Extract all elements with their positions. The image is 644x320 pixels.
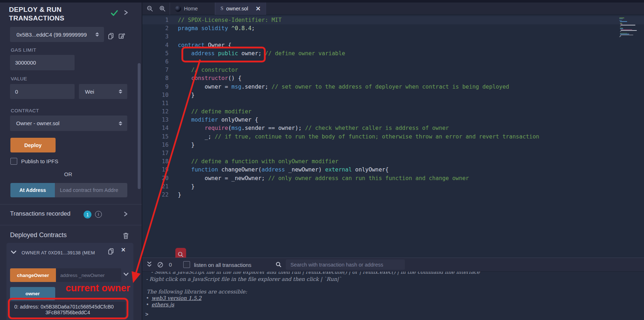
- code-line[interactable]: pragma solidity ^0.8.4;: [178, 24, 539, 33]
- deployed-contract-card: OWNER AT 0XD91...39138 (MEM × changeOwne…: [6, 243, 133, 320]
- account-select[interactable]: 0x5B3...eddC4 (99.99999999: [10, 27, 104, 42]
- code-line[interactable]: // define modifier: [178, 108, 539, 116]
- pending-transactions-icon: [157, 262, 164, 268]
- code-line[interactable]: [178, 149, 539, 157]
- line-number: 21: [142, 183, 169, 191]
- result-line1: 0: address: 0x5B38Da6a701c568545dCfcB0: [10, 304, 126, 310]
- minimap[interactable]: [619, 18, 640, 37]
- copy-contract-icon[interactable]: [108, 248, 114, 255]
- listen-all-label: listen on all transactions: [194, 262, 251, 268]
- owner-call-result: 0: address: 0x5B38Da6a701c568545dCfcB0 3…: [10, 302, 126, 319]
- info-icon[interactable]: i: [95, 211, 102, 218]
- edit-account-icon[interactable]: [118, 32, 126, 39]
- code-line[interactable]: // SPDX-License-Identifier: MIT: [178, 16, 539, 24]
- collapse-contract-icon[interactable]: [11, 250, 16, 254]
- code-line[interactable]: modifier onlyOwner {: [178, 116, 539, 124]
- line-number: 15: [142, 133, 169, 141]
- terminal: 0 listen on all transactions Search with…: [142, 258, 644, 320]
- code-line[interactable]: owner = msg.sender; // set owner to the …: [178, 83, 539, 91]
- collapse-panel-icon[interactable]: [123, 10, 128, 15]
- tab-label: owner.sol: [226, 6, 248, 11]
- ethers-link[interactable]: ethers.js: [152, 302, 174, 307]
- window-top-edge: [0, 0, 644, 3]
- zoom-in-icon[interactable]: [159, 5, 166, 12]
- solidity-file-icon: S: [221, 6, 223, 11]
- editor-tabbar: Home S owner.sol ✕: [142, 3, 644, 15]
- zoom-out-icon[interactable]: [147, 5, 153, 12]
- code-line[interactable]: }: [178, 191, 539, 199]
- copy-account-icon[interactable]: [108, 33, 114, 40]
- line-number: 22: [142, 191, 169, 199]
- transactions-recorded-label: Transactions recorded: [10, 210, 71, 217]
- value-label: VALUE: [11, 76, 27, 81]
- gas-limit-input[interactable]: 3000000: [10, 55, 75, 70]
- terminal-bar: 0 listen on all transactions Search with…: [142, 258, 644, 272]
- terminal-search-icon: [275, 262, 282, 268]
- pending-count: 0: [169, 262, 172, 268]
- code-line[interactable]: [178, 58, 539, 66]
- trash-icon[interactable]: [123, 232, 129, 239]
- line-number: 9: [142, 83, 169, 91]
- libraries-heading: The following libraries are accessible:: [147, 289, 247, 295]
- terminal-prompt[interactable]: >: [145, 311, 148, 317]
- expand-terminal-icon[interactable]: [147, 261, 152, 268]
- tab-owner-sol[interactable]: S owner.sol ✕: [215, 3, 266, 15]
- code-line[interactable]: // define a function with onlyOwner modi…: [178, 157, 539, 166]
- web3-link[interactable]: web3 version 1.5.2: [152, 295, 202, 301]
- line-number: 4: [142, 41, 169, 50]
- line-number: 18: [142, 157, 169, 166]
- owner-getter-button[interactable]: owner: [10, 287, 55, 300]
- at-address-input[interactable]: Load contract from Addre: [55, 183, 127, 197]
- gas-limit-label: GAS LIMIT: [11, 47, 36, 53]
- code-line[interactable]: }: [178, 183, 539, 191]
- line-number: 16: [142, 141, 169, 149]
- line-number: 14: [142, 124, 169, 132]
- line-number: 12: [142, 108, 169, 116]
- code-line[interactable]: }: [178, 141, 539, 149]
- editor-search-button[interactable]: [175, 248, 186, 258]
- tab-home[interactable]: Home: [170, 3, 215, 15]
- code-line[interactable]: // constructor: [178, 66, 539, 74]
- close-contract-icon[interactable]: ×: [121, 246, 126, 254]
- line-number: 8: [142, 74, 169, 83]
- value-unit-select[interactable]: Wei: [79, 84, 127, 99]
- close-tab-icon[interactable]: ✕: [256, 5, 261, 13]
- line-number: 19: [142, 166, 169, 174]
- code-line[interactable]: [178, 99, 539, 108]
- transactions-count-badge: 1: [84, 211, 91, 218]
- code-line[interactable]: constructor() {: [178, 74, 539, 83]
- select-spinner-icon: [119, 121, 122, 126]
- expand-transactions-icon[interactable]: [123, 211, 128, 217]
- account-value: 0x5B3...eddC4 (99.99999999: [16, 32, 87, 38]
- code-editor[interactable]: 12345678910111213141516171819202122 // S…: [142, 15, 644, 258]
- code-line[interactable]: [178, 33, 539, 41]
- list-item: •ethers.js: [146, 302, 174, 307]
- deploy-button[interactable]: Deploy: [10, 138, 56, 152]
- tab-label: Home: [184, 6, 198, 11]
- code-line[interactable]: function changeOwner(address _newOwner) …: [178, 166, 539, 174]
- code-content[interactable]: // SPDX-License-Identifier: MITpragma so…: [178, 16, 539, 199]
- code-line[interactable]: require(msg.sender == owner); // check w…: [178, 124, 539, 132]
- terminal-search-input[interactable]: Search with transaction hash or address: [286, 259, 405, 270]
- panel-scrollbar[interactable]: [138, 63, 141, 189]
- publish-ipfs-label: Publish to IPFS: [21, 158, 58, 164]
- code-line[interactable]: address public owner; // define owner va…: [178, 50, 539, 58]
- publish-ipfs-checkbox[interactable]: [10, 158, 17, 165]
- change-owner-input[interactable]: address _newOwner: [56, 268, 121, 282]
- code-line[interactable]: }: [178, 91, 539, 99]
- remix-ide-window: DEPLOY & RUN TRANSACTIONS 0x5B3...eddC4 …: [0, 0, 644, 320]
- code-line[interactable]: owner = _newOwner; // only owner address…: [178, 174, 539, 183]
- home-icon: [175, 6, 181, 12]
- terminal-output[interactable]: - Select a JavaScript file in the file e…: [142, 272, 644, 320]
- at-address-button[interactable]: At Address: [10, 183, 55, 197]
- code-line[interactable]: _; // if true, continue to run the body …: [178, 133, 539, 141]
- change-owner-button[interactable]: changeOwner: [10, 268, 56, 282]
- contract-select[interactable]: Owner - owner.sol: [10, 116, 127, 131]
- result-line2: 3FcB875f56beddC4: [10, 310, 126, 315]
- divider: [0, 204, 142, 204]
- contract-label: CONTRACT: [11, 108, 39, 113]
- listen-all-checkbox[interactable]: [183, 261, 190, 268]
- value-input[interactable]: 0: [10, 84, 75, 99]
- expand-args-icon[interactable]: [123, 273, 129, 276]
- code-line[interactable]: contract Owner {: [178, 41, 539, 50]
